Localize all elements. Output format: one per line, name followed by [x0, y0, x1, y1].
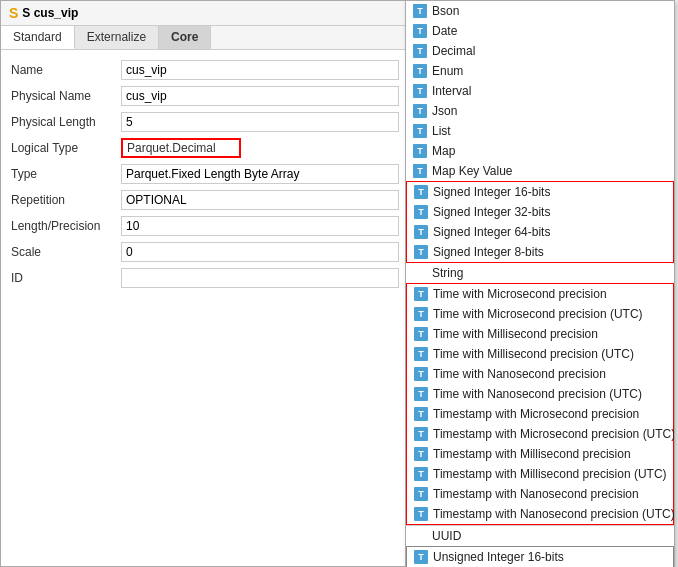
type-icon-ts-nano-utc: T	[413, 506, 429, 522]
list-item-ts-micro[interactable]: T Timestamp with Microsecond precision	[407, 404, 673, 424]
field-length-precision: Length/Precision	[11, 216, 399, 236]
label-logical-type: Logical Type	[11, 141, 121, 155]
title-bar: S S cus_vip	[1, 1, 409, 26]
type-icon-time-micro: T	[413, 286, 429, 302]
type-icon-unsigned-16: T	[413, 549, 429, 565]
label-name: Name	[11, 63, 121, 77]
list-item-map[interactable]: T Map	[406, 141, 674, 161]
field-scale: Scale	[11, 242, 399, 262]
type-icon-signed-8: T	[413, 244, 429, 260]
type-icon-interval: T	[412, 83, 428, 99]
field-physical-length: Physical Length	[11, 112, 399, 132]
form-area: Name Physical Name Physical Length Logic…	[1, 50, 409, 304]
field-logical-type: Logical Type Parquet.Decimal	[11, 138, 399, 158]
list-item-signed-32[interactable]: T Signed Integer 32-bits	[407, 202, 673, 222]
type-icon-ts-micro: T	[413, 406, 429, 422]
type-icon-ts-micro-utc: T	[413, 426, 429, 442]
list-item-enum[interactable]: T Enum	[406, 61, 674, 81]
label-length-precision: Length/Precision	[11, 219, 121, 233]
list-item-time-milli[interactable]: T Time with Millisecond precision	[407, 324, 673, 344]
tab-externalize[interactable]: Externalize	[75, 26, 159, 49]
type-icon-time-milli-utc: T	[413, 346, 429, 362]
label-id: ID	[11, 271, 121, 285]
list-item-ts-milli-utc[interactable]: T Timestamp with Millisecond precision (…	[407, 464, 673, 484]
input-id[interactable]	[121, 268, 399, 288]
list-item-ts-nano[interactable]: T Timestamp with Nanosecond precision	[407, 484, 673, 504]
dropdown-panel: T Bson T Date T Decimal T Enum T Interva…	[405, 0, 675, 567]
list-item-ts-nano-utc[interactable]: T Timestamp with Nanosecond precision (U…	[407, 504, 673, 524]
input-repetition[interactable]	[121, 190, 399, 210]
field-repetition: Repetition	[11, 190, 399, 210]
list-item-date[interactable]: T Date	[406, 21, 674, 41]
type-icon-ts-nano: T	[413, 486, 429, 502]
list-item-signed-8[interactable]: T Signed Integer 8-bits	[407, 242, 673, 262]
list-item-json[interactable]: T Json	[406, 101, 674, 121]
list-item-uuid[interactable]: UUID	[406, 525, 674, 546]
list-item-time-micro[interactable]: T Time with Microsecond precision	[407, 284, 673, 304]
type-icon-json: T	[412, 103, 428, 119]
label-repetition: Repetition	[11, 193, 121, 207]
list-item-ts-milli[interactable]: T Timestamp with Millisecond precision	[407, 444, 673, 464]
type-icon-map: T	[412, 143, 428, 159]
list-item-time-micro-utc[interactable]: T Time with Microsecond precision (UTC)	[407, 304, 673, 324]
label-scale: Scale	[11, 245, 121, 259]
value-logical-type[interactable]: Parquet.Decimal	[121, 138, 241, 158]
type-icon-time-nano: T	[413, 366, 429, 382]
type-icon-ts-milli-utc: T	[413, 466, 429, 482]
list-item-bson[interactable]: T Bson	[406, 1, 674, 21]
title-icon: S	[9, 5, 18, 21]
type-icon-list: T	[412, 123, 428, 139]
type-icon-decimal: T	[412, 43, 428, 59]
label-physical-name: Physical Name	[11, 89, 121, 103]
list-item-interval[interactable]: T Interval	[406, 81, 674, 101]
field-id: ID	[11, 268, 399, 288]
type-icon-bson: T	[412, 3, 428, 19]
input-scale[interactable]	[121, 242, 399, 262]
list-item-list[interactable]: T List	[406, 121, 674, 141]
type-icon-enum: T	[412, 63, 428, 79]
type-icon-time-milli: T	[413, 326, 429, 342]
type-icon-date: T	[412, 23, 428, 39]
list-item-time-nano-utc[interactable]: T Time with Nanosecond precision (UTC)	[407, 384, 673, 404]
label-physical-length: Physical Length	[11, 115, 121, 129]
input-name[interactable]	[121, 60, 399, 80]
list-item-time-milli-utc[interactable]: T Time with Millisecond precision (UTC)	[407, 344, 673, 364]
type-icon-signed-32: T	[413, 204, 429, 220]
list-item-decimal[interactable]: T Decimal	[406, 41, 674, 61]
window-title: S cus_vip	[22, 6, 78, 20]
list-item-signed-16[interactable]: T Signed Integer 16-bits	[407, 182, 673, 202]
list-item-string[interactable]: String	[406, 263, 674, 283]
field-name: Name	[11, 60, 399, 80]
type-icon-time-nano-utc: T	[413, 386, 429, 402]
type-icon-string	[412, 265, 428, 281]
input-length-precision[interactable]	[121, 216, 399, 236]
field-type: Type	[11, 164, 399, 184]
time-group: T Time with Microsecond precision T Time…	[406, 283, 674, 525]
tab-bar: Standard Externalize Core	[1, 26, 409, 50]
type-icon-uuid	[412, 528, 428, 544]
label-type: Type	[11, 167, 121, 181]
main-window: S S cus_vip Standard Externalize Core Na…	[0, 0, 410, 567]
type-icon-signed-16: T	[413, 184, 429, 200]
type-icon-time-micro-utc: T	[413, 306, 429, 322]
list-item-unsigned-16[interactable]: T Unsigned Integer 16-bits	[407, 547, 673, 567]
unsigned-group: T Unsigned Integer 16-bits T Unsigned In…	[406, 546, 674, 567]
input-type[interactable]	[121, 164, 399, 184]
list-item-signed-64[interactable]: T Signed Integer 64-bits	[407, 222, 673, 242]
list-item-map-key-value[interactable]: T Map Key Value	[406, 161, 674, 181]
type-icon-ts-milli: T	[413, 446, 429, 462]
list-item-time-nano[interactable]: T Time with Nanosecond precision	[407, 364, 673, 384]
tab-standard[interactable]: Standard	[1, 26, 75, 49]
input-physical-length[interactable]	[121, 112, 399, 132]
tab-core[interactable]: Core	[159, 26, 211, 49]
type-icon-map-key-value: T	[412, 163, 428, 179]
field-physical-name: Physical Name	[11, 86, 399, 106]
signed-group: T Signed Integer 16-bits T Signed Intege…	[406, 181, 674, 263]
input-physical-name[interactable]	[121, 86, 399, 106]
type-icon-signed-64: T	[413, 224, 429, 240]
list-item-ts-micro-utc[interactable]: T Timestamp with Microsecond precision (…	[407, 424, 673, 444]
